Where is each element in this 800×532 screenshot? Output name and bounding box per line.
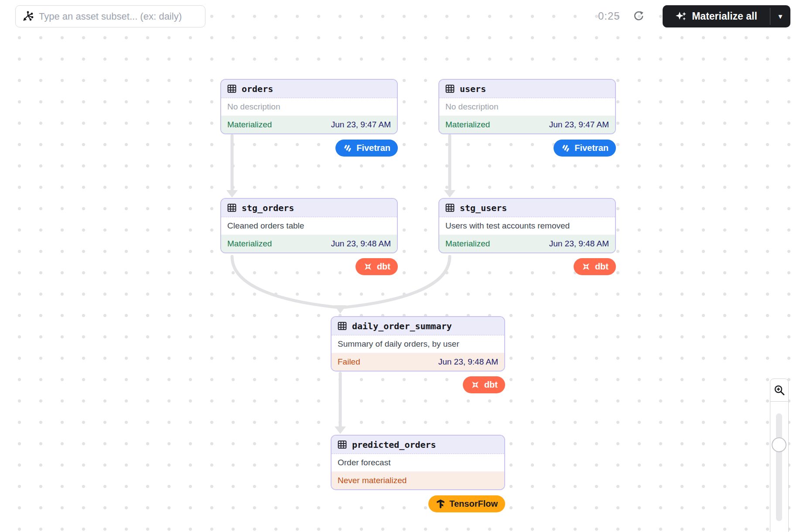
asset-node-header: predicted_orders [332, 436, 504, 454]
badge-label: TensorFlow [449, 499, 498, 509]
fivetran-badge[interactable]: Fivetran [335, 140, 398, 157]
dbt-icon [581, 262, 591, 272]
status-timestamp: Jun 23, 9:47 AM [549, 120, 609, 130]
asset-node-orders[interactable]: orders No description Materialized Jun 2… [220, 79, 398, 134]
asset-name: stg_orders [242, 203, 294, 213]
asset-name: orders [242, 84, 273, 94]
asset-name: stg_users [460, 203, 507, 213]
materialize-dropdown-button[interactable]: ▼ [770, 5, 790, 27]
status-label: Materialized [227, 120, 272, 130]
status-timestamp: Jun 23, 9:48 AM [438, 357, 498, 367]
dbt-badge[interactable]: dbt [574, 258, 616, 275]
badge-label: Fivetran [356, 143, 390, 153]
table-icon [227, 203, 237, 213]
badge-label: dbt [595, 262, 609, 272]
status-label: Failed [338, 357, 360, 367]
table-icon [337, 321, 347, 331]
asset-node-predicted-orders[interactable]: predicted_orders Order forecast Never ma… [331, 435, 505, 490]
materialize-all-button[interactable]: Materialize all ▼ [663, 5, 790, 27]
asset-graph-icon [22, 10, 34, 22]
asset-node-header: orders [221, 80, 397, 98]
status-timestamp: Jun 23, 9:48 AM [549, 239, 609, 249]
badge-label: dbt [377, 262, 390, 272]
zoom-slider-thumb[interactable] [772, 437, 786, 452]
asset-subset-search[interactable] [15, 5, 205, 27]
asset-status-row: Materialized Jun 23, 9:48 AM [221, 235, 397, 252]
status-timestamp: Jun 23, 9:48 AM [331, 239, 391, 249]
asset-description: Users with test accounts removed [439, 217, 615, 235]
asset-description: No description [221, 98, 397, 116]
asset-status-row: Materialized Jun 23, 9:47 AM [221, 116, 397, 133]
asset-node-header: daily_order_summary [332, 317, 504, 335]
status-label: Materialized [445, 239, 490, 249]
status-label: Materialized [445, 120, 490, 130]
tensorflow-badge[interactable]: TensorFlow [428, 495, 505, 512]
asset-description: Summary of daily orders, by user [332, 335, 504, 353]
asset-status-row: Failed Jun 23, 9:48 AM [332, 353, 504, 371]
zoom-slider-track[interactable] [776, 413, 782, 521]
asset-name: users [460, 84, 486, 94]
asset-node-daily-order-summary[interactable]: daily_order_summary Summary of daily ord… [331, 316, 505, 372]
status-label: Materialized [227, 239, 272, 249]
asset-node-header: users [439, 80, 615, 98]
tensorflow-icon [436, 499, 445, 509]
status-timestamp: Jun 23, 9:47 AM [331, 120, 391, 130]
asset-node-header: stg_users [439, 199, 615, 217]
asset-status-row: Materialized Jun 23, 9:47 AM [439, 116, 615, 133]
asset-node-users[interactable]: users No description Materialized Jun 23… [438, 79, 616, 134]
table-icon [227, 84, 237, 94]
fivetran-icon [561, 143, 571, 153]
table-icon [445, 203, 455, 213]
asset-status-row: Never materialized [332, 472, 504, 489]
badge-label: Fivetran [574, 143, 609, 153]
asset-description: Cleaned orders table [221, 217, 397, 235]
dbt-badge[interactable]: dbt [356, 258, 398, 275]
fivetran-icon [343, 143, 352, 153]
dbt-icon [363, 262, 373, 272]
search-input[interactable] [39, 11, 199, 22]
refresh-icon [632, 10, 645, 22]
asset-description: No description [439, 98, 615, 116]
asset-node-stg-users[interactable]: stg_users Users with test accounts remov… [438, 198, 616, 253]
badge-label: dbt [484, 380, 498, 390]
asset-name: predicted_orders [352, 440, 436, 450]
zoom-in-button[interactable] [770, 379, 789, 402]
dbt-badge[interactable]: dbt [463, 376, 505, 393]
materialize-all-label: Materialize all [692, 10, 757, 22]
materialize-all-main[interactable]: Materialize all [663, 5, 770, 27]
table-icon [337, 440, 347, 450]
asset-node-header: stg_orders [221, 199, 397, 217]
table-icon [445, 84, 455, 94]
status-label: Never materialized [338, 476, 407, 485]
dbt-icon [470, 380, 480, 390]
asset-name: daily_order_summary [352, 321, 452, 331]
sparkles-icon [675, 10, 687, 22]
asset-status-row: Materialized Jun 23, 9:48 AM [439, 235, 615, 252]
elapsed-timer: 0:25 [598, 10, 620, 22]
fivetran-badge[interactable]: Fivetran [554, 140, 616, 157]
asset-node-stg-orders[interactable]: stg_orders Cleaned orders table Material… [220, 198, 398, 253]
asset-description: Order forecast [332, 454, 504, 472]
refresh-button[interactable] [632, 9, 646, 23]
zoom-in-icon [773, 384, 786, 396]
chevron-down-icon: ▼ [777, 13, 784, 20]
